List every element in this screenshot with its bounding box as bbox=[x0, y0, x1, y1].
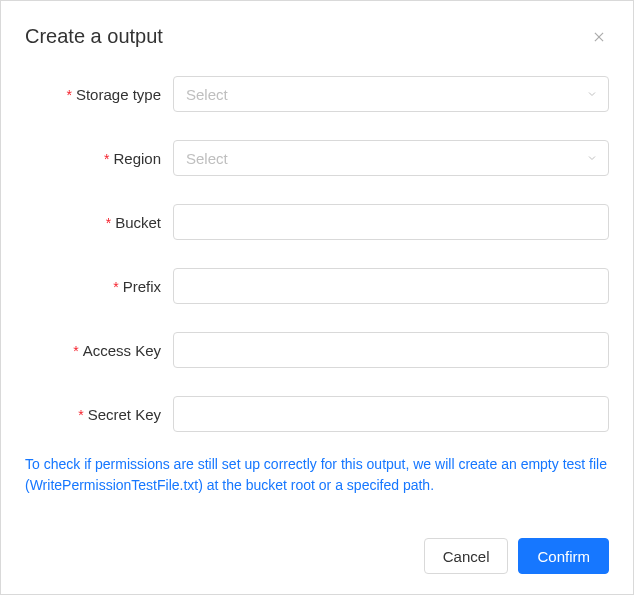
secret-key-label-text: Secret Key bbox=[88, 406, 161, 423]
storage-type-label-text: Storage type bbox=[76, 86, 161, 103]
region-control: Select bbox=[173, 140, 609, 176]
create-output-dialog: Create a output *Storage type Select bbox=[0, 0, 634, 595]
dialog-title: Create a output bbox=[25, 25, 163, 48]
required-asterisk: * bbox=[106, 215, 111, 231]
required-asterisk: * bbox=[78, 407, 83, 423]
secret-key-control bbox=[173, 396, 609, 432]
permission-info-text: To check if permissions are still set up… bbox=[25, 454, 609, 496]
prefix-input[interactable] bbox=[173, 268, 609, 304]
access-key-label-text: Access Key bbox=[83, 342, 161, 359]
region-select[interactable]: Select bbox=[173, 140, 609, 176]
storage-type-row: *Storage type Select bbox=[25, 76, 609, 112]
bucket-input[interactable] bbox=[173, 204, 609, 240]
secret-key-label: *Secret Key bbox=[25, 406, 173, 423]
form-body: *Storage type Select *Region bbox=[25, 76, 609, 538]
access-key-row: *Access Key bbox=[25, 332, 609, 368]
prefix-label-text: Prefix bbox=[123, 278, 161, 295]
dialog-footer: Cancel Confirm bbox=[25, 538, 609, 574]
secret-key-row: *Secret Key bbox=[25, 396, 609, 432]
access-key-control bbox=[173, 332, 609, 368]
storage-type-control: Select bbox=[173, 76, 609, 112]
bucket-row: *Bucket bbox=[25, 204, 609, 240]
region-label-text: Region bbox=[113, 150, 161, 167]
region-label: *Region bbox=[25, 150, 173, 167]
close-icon[interactable] bbox=[589, 27, 609, 47]
access-key-input[interactable] bbox=[173, 332, 609, 368]
access-key-label: *Access Key bbox=[25, 342, 173, 359]
required-asterisk: * bbox=[73, 343, 78, 359]
storage-type-select[interactable]: Select bbox=[173, 76, 609, 112]
storage-type-label: *Storage type bbox=[25, 86, 173, 103]
required-asterisk: * bbox=[66, 87, 71, 103]
region-placeholder: Select bbox=[186, 150, 228, 167]
prefix-control bbox=[173, 268, 609, 304]
bucket-label-text: Bucket bbox=[115, 214, 161, 231]
bucket-label: *Bucket bbox=[25, 214, 173, 231]
cancel-button[interactable]: Cancel bbox=[424, 538, 509, 574]
chevron-down-icon bbox=[586, 152, 598, 164]
storage-type-placeholder: Select bbox=[186, 86, 228, 103]
prefix-row: *Prefix bbox=[25, 268, 609, 304]
required-asterisk: * bbox=[104, 151, 109, 167]
bucket-control bbox=[173, 204, 609, 240]
confirm-button[interactable]: Confirm bbox=[518, 538, 609, 574]
chevron-down-icon bbox=[586, 88, 598, 100]
region-row: *Region Select bbox=[25, 140, 609, 176]
secret-key-input[interactable] bbox=[173, 396, 609, 432]
required-asterisk: * bbox=[113, 279, 118, 295]
prefix-label: *Prefix bbox=[25, 278, 173, 295]
dialog-header: Create a output bbox=[25, 25, 609, 48]
